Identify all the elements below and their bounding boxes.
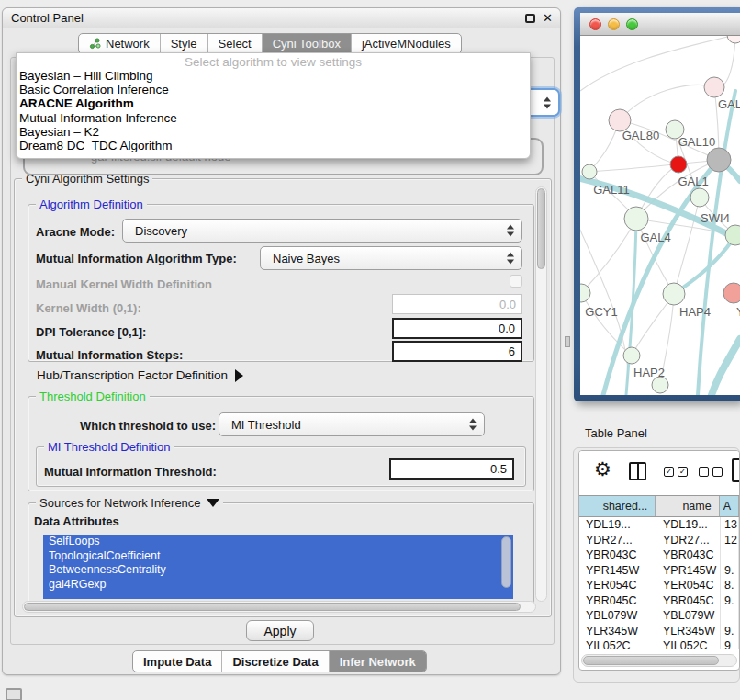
table-row[interactable]: YIL052CYIL052C9 bbox=[579, 638, 739, 649]
selected-value: MI Threshold bbox=[231, 413, 301, 435]
tab-cyni-toolbox[interactable]: Cyni Toolbox bbox=[262, 34, 351, 53]
split-divider-grip[interactable] bbox=[565, 336, 570, 347]
close-icon[interactable]: ✕ bbox=[543, 11, 553, 25]
settings-horizontal-scrollbar[interactable] bbox=[22, 601, 536, 613]
mi-steps-label: Mutual Information Steps: bbox=[36, 348, 183, 362]
network-node[interactable] bbox=[707, 148, 731, 172]
network-node[interactable] bbox=[727, 36, 740, 43]
tab-discretize-data[interactable]: Discretize Data bbox=[221, 651, 328, 672]
table-horizontal-scrollbar[interactable] bbox=[581, 654, 737, 667]
which-threshold-label: Which threshold to use: bbox=[80, 419, 216, 433]
table-row[interactable]: YLR345WYLR345W9. bbox=[579, 624, 739, 639]
column-header-shared[interactable]: shared... bbox=[579, 496, 656, 516]
table-cell: 12 bbox=[721, 533, 739, 548]
tab-network[interactable]: Network bbox=[79, 34, 160, 53]
hub-definition-label: Hub/Transcription Factor Definition bbox=[37, 368, 228, 382]
sources-toggle[interactable]: Sources for Network Inference bbox=[36, 496, 223, 510]
attr-items-host: SelfLoopsTopologicalCoefficientBetweenne… bbox=[43, 535, 513, 592]
network-node-gal11[interactable] bbox=[582, 164, 597, 179]
checked-checkbox-icon[interactable]: ✓ bbox=[678, 467, 688, 477]
column-header-name[interactable]: name bbox=[656, 496, 719, 516]
network-node-label: Y bbox=[736, 305, 740, 319]
sources-title: Sources for Network Inference bbox=[39, 496, 201, 510]
network-node-hap2[interactable] bbox=[623, 347, 640, 364]
collapse-down-icon bbox=[207, 499, 219, 507]
network-node-gal1[interactable] bbox=[690, 188, 709, 207]
kernel-width-field[interactable]: 0.0 bbox=[392, 294, 522, 314]
tab-select[interactable]: Select bbox=[207, 34, 262, 53]
table-row[interactable]: YDR27...YDR27...12 bbox=[579, 533, 739, 548]
table-row[interactable]: YBL079WYBL079W bbox=[579, 608, 739, 624]
network-node-label: GAL bbox=[718, 97, 740, 111]
group-title: MI Threshold Definition bbox=[44, 440, 174, 454]
unchecked-checkbox-icon[interactable] bbox=[699, 467, 709, 477]
algorithm-option[interactable]: Bayesian – Hill Climbing bbox=[17, 69, 530, 83]
close-traffic-light-icon[interactable] bbox=[589, 18, 601, 30]
network-node-gal4[interactable] bbox=[624, 207, 648, 231]
table-cell: YDR27... bbox=[579, 533, 656, 548]
gear-icon[interactable]: ⚙ bbox=[594, 458, 611, 480]
table-toolbar: ⚙ ✓ ✓ bbox=[579, 451, 739, 493]
network-node-y[interactable] bbox=[723, 283, 740, 303]
network-node-gcy1[interactable] bbox=[580, 284, 590, 302]
network-node-label: SWI4 bbox=[701, 211, 730, 225]
data-attributes-list[interactable]: SelfLoopsTopologicalCoefficientBetweenne… bbox=[43, 535, 513, 599]
tab-jactivemnodules[interactable]: jActiveMNodules bbox=[351, 34, 461, 53]
algorithm-option[interactable]: Mutual Information Inference bbox=[17, 111, 530, 125]
hub-definition-toggle[interactable]: Hub/Transcription Factor Definition bbox=[37, 368, 243, 382]
mi-steps-field[interactable]: 6 bbox=[392, 341, 522, 362]
stepper-arrows-icon bbox=[469, 419, 477, 431]
data-attribute-item[interactable]: TopologicalCoefficient bbox=[43, 549, 513, 564]
scrollbar-thumb[interactable] bbox=[583, 656, 719, 665]
network-view-window: GALGAL80GAL10GAL11GAL1SWI4GAL4GCY1HAP4YH… bbox=[574, 7, 740, 401]
dropdown-placeholder: Select algorithm to view settings bbox=[17, 55, 530, 69]
dpi-tolerance-field[interactable]: 0.0 bbox=[392, 318, 522, 339]
network-node-label: GCY1 bbox=[585, 305, 617, 319]
attributes-scrollbar[interactable] bbox=[501, 536, 511, 588]
scrollbar-thumb[interactable] bbox=[537, 188, 545, 269]
table-row[interactable]: YBR045CYBR045C9. bbox=[579, 593, 739, 609]
which-threshold-select[interactable]: MI Threshold bbox=[219, 412, 485, 436]
unchecked-checkbox-icon[interactable] bbox=[712, 467, 723, 477]
algorithm-option[interactable]: Dream8 DC_TDC Algorithm bbox=[17, 139, 530, 152]
table-row[interactable]: YER054CYER054C8. bbox=[579, 578, 739, 593]
column-header-partial[interactable]: A bbox=[720, 496, 739, 516]
table-cell: YBL079W bbox=[579, 608, 656, 624]
checked-checkbox-icon[interactable]: ✓ bbox=[664, 467, 674, 477]
document-icon[interactable] bbox=[732, 458, 740, 482]
network-node[interactable] bbox=[670, 156, 687, 173]
network-node-label: HAP4 bbox=[679, 305, 711, 319]
mi-algorithm-type-select[interactable]: Naive Bayes bbox=[260, 246, 522, 270]
network-node-gal[interactable] bbox=[704, 77, 724, 97]
network-canvas[interactable]: GALGAL80GAL10GAL11GAL1SWI4GAL4GCY1HAP4YH… bbox=[580, 36, 740, 395]
data-attribute-item[interactable]: BetweennessCentrality bbox=[43, 563, 513, 578]
network-node-label: GAL11 bbox=[593, 183, 630, 197]
tab-impute-data[interactable]: Impute Data bbox=[133, 651, 221, 672]
table-row[interactable]: YBR043CYBR043C bbox=[579, 548, 739, 563]
scrollbar-thumb[interactable] bbox=[24, 603, 521, 611]
apply-button[interactable]: Apply bbox=[246, 620, 314, 641]
tab-infer-network[interactable]: Infer Network bbox=[329, 651, 426, 672]
mi-threshold-field[interactable]: 0.5 bbox=[389, 458, 514, 480]
algorithm-option[interactable]: ARACNE Algorithm bbox=[17, 96, 530, 110]
table-row[interactable]: YDL19...YDL19...13 bbox=[579, 517, 739, 533]
algorithm-option[interactable]: Bayesian – K2 bbox=[17, 125, 530, 139]
table-row[interactable]: YPR145WYPR145W9. bbox=[579, 563, 739, 579]
selected-value: Discovery bbox=[135, 220, 187, 242]
table-cell: 9 bbox=[721, 638, 739, 649]
cyni-algorithm-settings-group: Cyni Algorithm Settings Algorithm Defini… bbox=[14, 178, 552, 617]
network-node-hap4[interactable] bbox=[663, 283, 685, 305]
algorithm-option[interactable]: Basic Correlation Inference bbox=[17, 83, 530, 96]
minimize-traffic-light-icon[interactable] bbox=[608, 18, 620, 30]
manual-kernel-checkbox[interactable] bbox=[510, 275, 522, 288]
aracne-mode-select[interactable]: Discovery bbox=[122, 219, 522, 243]
data-attribute-item[interactable]: SelfLoops bbox=[43, 535, 513, 549]
float-window-button[interactable] bbox=[525, 14, 535, 23]
zoom-traffic-light-icon[interactable] bbox=[626, 18, 638, 30]
minimized-panel-icon[interactable] bbox=[6, 688, 22, 700]
tab-style[interactable]: Style bbox=[160, 34, 207, 53]
settings-vertical-scrollbar[interactable] bbox=[535, 186, 547, 602]
data-attribute-item[interactable]: gal4RGexp bbox=[43, 578, 513, 593]
table-cell: YLR345W bbox=[579, 624, 656, 639]
split-columns-icon[interactable] bbox=[629, 462, 646, 480]
